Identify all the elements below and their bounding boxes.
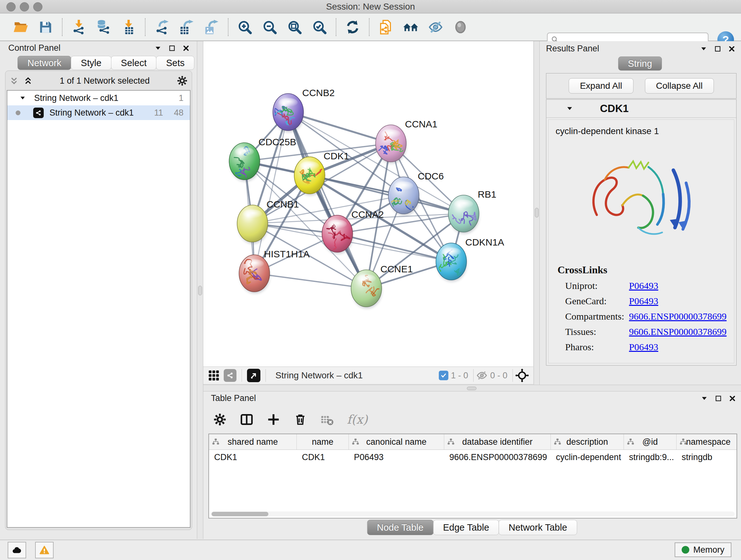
column-header-canonical-name[interactable]: canonical name <box>349 434 444 449</box>
network-canvas[interactable]: CCNB2 CCNA1 CDC25B CDK1 CDC6 <box>203 41 533 367</box>
main-toolbar: ? <box>0 13 741 41</box>
share-document-button[interactable] <box>378 19 394 35</box>
crosslink-label: GeneCard: <box>565 296 629 307</box>
hidden-eye-icon[interactable] <box>476 370 488 381</box>
collapse-all-icon[interactable] <box>9 76 19 85</box>
cell-description[interactable]: cyclin-dependent ... <box>551 450 624 464</box>
crosslink-link[interactable]: 9606.ENSP00000378699 <box>629 326 727 337</box>
collapse-all-button[interactable]: Collapse All <box>645 78 714 94</box>
crosslink-link[interactable]: 9606.ENSP00000378699 <box>629 311 727 322</box>
cell-canonical-name[interactable]: P06493 <box>349 450 444 464</box>
tab-select[interactable]: Select <box>111 56 157 70</box>
node-label: CDC6 <box>418 171 444 181</box>
string-home-button[interactable] <box>403 19 418 35</box>
table-horizontal-scrollbar[interactable] <box>211 511 735 516</box>
memory-button[interactable]: Memory <box>675 543 731 557</box>
tab-sets[interactable]: Sets <box>156 56 194 70</box>
panel-close-icon[interactable] <box>729 395 736 402</box>
column-header-namespace[interactable]: namespace <box>677 434 737 449</box>
function-builder-icon[interactable]: f(x) <box>347 413 367 427</box>
panel-menu-icon[interactable] <box>700 45 707 52</box>
expand-collapse-box: Expand All Collapse All <box>546 73 737 99</box>
cell--id[interactable]: stringdb:9... <box>624 450 677 464</box>
tab-style[interactable]: Style <box>71 56 111 70</box>
cell-database-identifier[interactable]: 9606.ENSP00000378699 <box>444 450 551 464</box>
section-caret-icon[interactable] <box>566 105 573 112</box>
column-header-name[interactable]: name <box>297 434 349 449</box>
export-network-button[interactable] <box>154 19 170 35</box>
network-view-toolbar: String Network – cdk1 1 - 0 0 - 0 <box>203 367 533 384</box>
crosslink-link[interactable]: P06493 <box>629 296 658 307</box>
crosslink-link[interactable]: P06493 <box>629 341 658 353</box>
tab-string[interactable]: String <box>618 57 662 71</box>
delete-table-icon[interactable] <box>320 413 334 427</box>
cell-namespace[interactable]: stringdb <box>677 450 737 464</box>
grid-view-icon[interactable] <box>208 369 220 381</box>
node-label: CDK1 <box>324 151 349 161</box>
column-header-description[interactable]: description <box>551 434 624 449</box>
network-options-gear-icon[interactable] <box>177 75 188 86</box>
import-network-database-button[interactable] <box>96 19 111 35</box>
export-image-button[interactable] <box>204 19 219 35</box>
node-label: HIST1H1A <box>264 249 310 259</box>
zoom-in-button[interactable] <box>237 19 253 35</box>
scrollbar-thumb[interactable] <box>212 512 268 516</box>
delete-column-icon[interactable] <box>293 413 307 427</box>
panel-float-icon[interactable] <box>169 45 176 52</box>
tab-node-table[interactable]: Node Table <box>367 520 433 535</box>
selected-nodes-checkbox[interactable] <box>439 371 448 380</box>
left-splitter-handle[interactable] <box>198 286 202 295</box>
tab-edge-table[interactable]: Edge Table <box>433 520 499 535</box>
node-label: CCNA1 <box>405 119 437 129</box>
cell-shared-name[interactable]: CDK1 <box>209 450 297 464</box>
table-options-gear-icon[interactable] <box>213 413 227 427</box>
bottom-splitter[interactable] <box>203 385 741 391</box>
expand-all-button[interactable]: Expand All <box>569 78 633 94</box>
column-label: shared name <box>227 437 278 447</box>
left-splitter[interactable] <box>197 41 203 539</box>
save-session-button[interactable] <box>38 19 53 35</box>
column-header-database-identifier[interactable]: database identifier <box>444 434 551 449</box>
refresh-button[interactable] <box>345 19 360 35</box>
export-table-button[interactable] <box>179 19 194 35</box>
node-count: 11 <box>143 108 163 118</box>
show-columns-icon[interactable] <box>240 413 254 427</box>
network-selection-bar: 1 of 1 Network selected <box>9 73 188 88</box>
panel-float-icon[interactable] <box>715 395 722 402</box>
bottom-splitter-handle[interactable] <box>467 387 476 390</box>
zoom-fit-button[interactable] <box>287 19 302 35</box>
panel-menu-icon[interactable] <box>154 45 161 52</box>
node-section-header[interactable]: CDK1 <box>546 100 736 118</box>
hide-selected-button[interactable] <box>428 19 443 35</box>
panel-float-icon[interactable] <box>714 45 721 52</box>
open-session-button[interactable] <box>13 19 28 35</box>
right-splitter-handle[interactable] <box>535 208 539 217</box>
import-table-file-button[interactable] <box>121 19 136 35</box>
panel-menu-icon[interactable] <box>701 395 708 402</box>
zoom-selected-button[interactable] <box>312 19 327 35</box>
warnings-button[interactable] <box>35 542 54 558</box>
panel-close-icon[interactable] <box>183 45 190 52</box>
add-column-icon[interactable] <box>266 413 280 427</box>
birds-eye-view-icon[interactable] <box>247 369 260 382</box>
network-row-selected[interactable]: String Network – cdk1 11 48 <box>7 105 190 120</box>
network-collection-row[interactable]: String Network – cdk1 1 <box>7 91 190 105</box>
crosslink-row: Pharos:P06493 <box>565 341 734 353</box>
show-all-button[interactable] <box>453 19 468 35</box>
panel-close-icon[interactable] <box>728 45 735 52</box>
right-splitter[interactable] <box>534 41 540 385</box>
tree-caret-icon[interactable] <box>19 95 26 101</box>
zoom-out-button[interactable] <box>262 19 277 35</box>
fit-selected-crosshair-icon[interactable] <box>515 369 529 382</box>
import-network-file-button[interactable] <box>71 19 86 35</box>
table-row[interactable]: CDK1CDK1P064939606.ENSP00000378699cyclin… <box>209 450 737 464</box>
column-header-shared-name[interactable]: shared name <box>209 434 297 449</box>
network-share-icon[interactable] <box>224 369 237 382</box>
crosslink-link[interactable]: P06493 <box>629 280 658 291</box>
tab-network[interactable]: Network <box>17 56 71 70</box>
expand-all-icon[interactable] <box>23 76 33 85</box>
cell-name[interactable]: CDK1 <box>297 450 349 464</box>
cloud-status-button[interactable] <box>8 542 26 558</box>
column-header--id[interactable]: @id <box>624 434 677 449</box>
tab-network-table[interactable]: Network Table <box>499 520 577 535</box>
